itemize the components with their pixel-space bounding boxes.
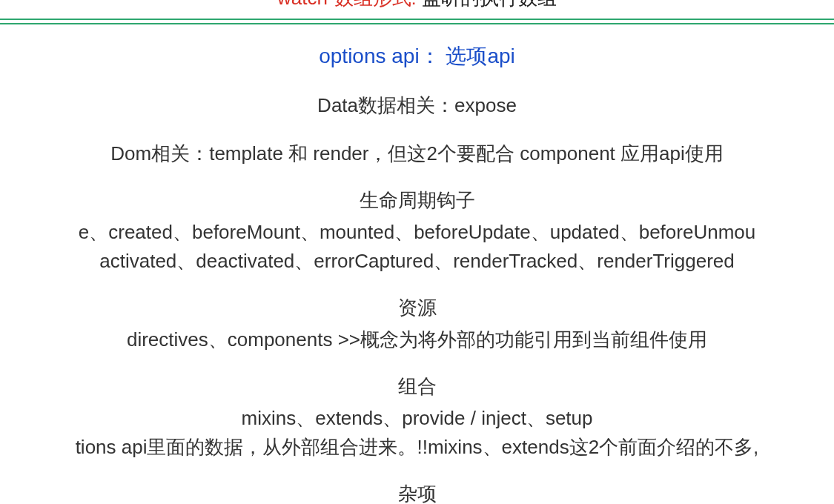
section-heading-options-api: options api： 选项api <box>0 42 834 70</box>
lifecycle-line-2: activated、deactivated、errorCaptured、rend… <box>0 247 834 276</box>
data-related-line: Data数据相关：expose <box>0 91 834 120</box>
top-line-black: 监听的执行数组 <box>417 0 557 9</box>
lifecycle-title: 生命周期钩子 <box>0 188 834 213</box>
resources-line: directives、components >>概念为将外部的功能引用到当前组件… <box>0 325 834 354</box>
divider-top-1 <box>0 19 834 20</box>
misc-title: 杂项 <box>0 481 834 504</box>
composition-line-2: tions api里面的数据，从外部组合进来。!!mixins、extends这… <box>0 433 834 462</box>
top-truncated-line: watch-数组形式: 监听的执行数组 <box>0 0 834 10</box>
lifecycle-block: 生命周期钩子 e、created、beforeMount、mounted、bef… <box>0 188 834 276</box>
divider-top-2 <box>0 23 834 24</box>
lifecycle-line-1: e、created、beforeMount、mounted、beforeUpda… <box>0 218 834 247</box>
composition-block: 组合 mixins、extends、provide / inject、setup… <box>0 374 834 462</box>
dom-related-line: Dom相关：template 和 render，但这2个要配合 componen… <box>0 139 834 168</box>
composition-line-1: mixins、extends、provide / inject、setup <box>0 404 834 433</box>
top-line-red: watch-数组形式: <box>277 0 417 9</box>
resources-block: 资源 directives、components >>概念为将外部的功能引用到当… <box>0 295 834 354</box>
composition-title: 组合 <box>0 374 834 399</box>
misc-block: 杂项 <box>0 481 834 504</box>
resources-title: 资源 <box>0 295 834 321</box>
